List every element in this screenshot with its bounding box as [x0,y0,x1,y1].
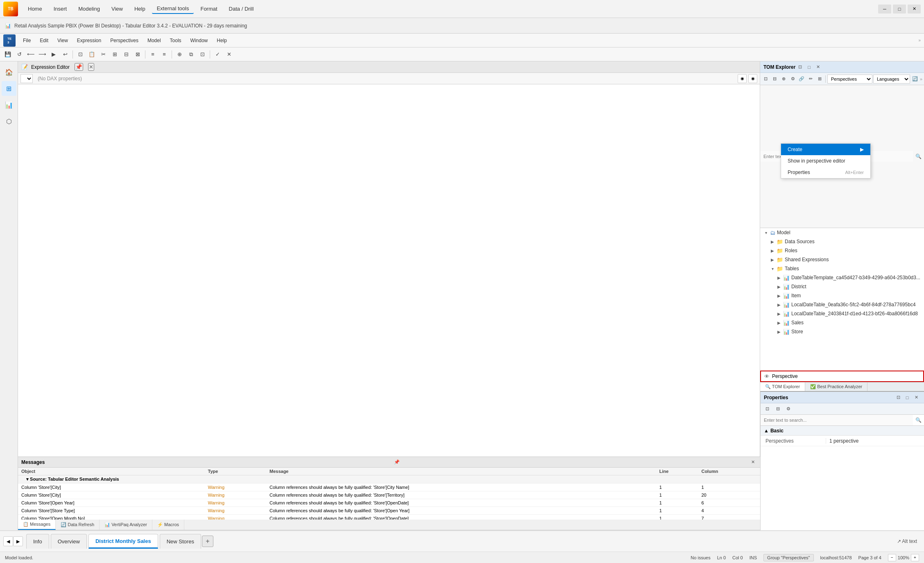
file-menu[interactable]: Home [23,4,47,14]
tom-tb-7[interactable]: ⊞ [815,74,824,84]
alt-text-btn[interactable]: ↗ Alt text [893,536,921,546]
tab-vertipack[interactable]: 📊 VertiPaq Analyzer [100,520,152,530]
tabular-view-menu[interactable]: View [53,36,72,45]
messages-pin-btn[interactable]: 📌 [393,458,401,466]
table-row[interactable]: Column 'Store'[Store Type]WarningColumn … [18,507,760,515]
tom-pin-btn[interactable]: ⊡ [795,63,804,72]
tom-tb-5[interactable]: 🔗 [798,74,806,84]
format-menu[interactable]: Format [195,4,222,14]
help-menu[interactable]: Help [129,4,150,14]
toolbar-align-left[interactable]: ≡ [147,50,158,59]
tom-perspectives-dropdown[interactable]: Perspectives [827,75,872,84]
editor-nav-next[interactable]: ◉ [748,74,757,83]
page-tab-overview[interactable]: Overview [51,534,87,549]
add-tab-btn[interactable]: + [202,536,213,547]
tab-messages[interactable]: 📋 Messages [18,520,56,530]
tom-tb-3[interactable]: ⊕ [780,74,788,84]
tree-item[interactable]: ▾📁Tables [760,264,924,273]
tom-tab-explorer[interactable]: 🔍 TOM Explorer [760,382,805,391]
page-tab-new-stores[interactable]: New Stores [160,534,201,549]
modeling-menu[interactable]: Modeling [73,4,105,14]
zoom-in-btn[interactable]: + [911,554,919,561]
props-max-btn[interactable]: □ [903,393,912,402]
view-menu[interactable]: View [106,4,128,14]
sidebar-table-icon[interactable]: ⊞ [2,81,16,96]
data-drill-menu[interactable]: Data / Drill [224,4,259,14]
maximize-btn[interactable]: □ [893,5,906,14]
toolbar-deploy[interactable]: ▶ [48,50,59,59]
page-tab-info[interactable]: Info [26,534,49,549]
tom-tb-4[interactable]: ⚙ [789,74,797,84]
context-menu-show-perspective[interactable]: Show in perspective editor [781,155,870,167]
tree-item[interactable]: ▶📊Store [760,327,924,336]
props-section-basic[interactable]: ▲ Basic [761,426,924,436]
insert-menu[interactable]: Insert [49,4,72,14]
props-pin-btn[interactable]: ⊡ [894,393,903,402]
toolbar-cut[interactable]: ✂ [98,50,109,59]
tom-tb-refresh[interactable]: 🔄 [911,74,919,84]
tree-item[interactable]: ▶📊District [760,282,924,291]
table-row[interactable]: Column 'Store'[City]WarningColumn refere… [18,491,760,499]
toolbar-layout2[interactable]: ⊟ [121,50,131,59]
sidebar-model-icon[interactable]: ⬡ [2,114,16,129]
toolbar-layout3[interactable]: ⊠ [132,50,143,59]
editor-content-area[interactable] [18,84,760,457]
tabular-file-menu[interactable]: File [19,36,35,45]
editor-pin-btn[interactable]: 📌 [75,63,83,71]
tabular-help-menu[interactable]: Help [213,36,231,45]
editor-close-btn[interactable]: ✕ [88,63,94,71]
tab-nav-next[interactable]: ▶ [13,536,23,546]
tom-max-btn[interactable]: □ [804,63,813,72]
editor-object-dropdown[interactable] [20,74,33,83]
tabular-perspectives-menu[interactable]: Perspectives [106,36,143,45]
tom-close-btn[interactable]: ✕ [813,63,822,72]
toolbar-x[interactable]: ✕ [224,50,234,59]
toolbar-window2[interactable]: ⊡ [197,50,208,59]
perspective-row-highlighted[interactable]: 👁 Perspective [760,371,924,382]
props-close-btn[interactable]: ✕ [912,393,921,402]
context-menu-properties[interactable]: Properties Alt+Enter [781,167,870,178]
tree-item[interactable]: ▶📊Item [760,291,924,300]
props-tb-3[interactable]: ⚙ [784,404,793,414]
tabular-expression-menu[interactable]: Expression [73,36,105,45]
toolbar-refresh[interactable]: ↺ [14,50,25,59]
tom-tb-2[interactable]: ⊟ [771,74,779,84]
sidebar-chart-icon[interactable]: 📊 [2,97,16,112]
toolbar-forward[interactable]: ⟶ [37,50,48,59]
minimize-btn[interactable]: ─ [878,5,891,14]
toolbar-save[interactable]: 💾 [2,50,13,59]
external-tools-menu[interactable]: External tools [152,4,194,14]
toolbar-copy[interactable]: ⊡ [75,50,86,59]
toolbar-undo[interactable]: ↩ [60,50,70,59]
toolbar-align-center[interactable]: ≡ [159,50,170,59]
tab-nav-prev[interactable]: ◀ [3,536,13,546]
status-group[interactable]: Group "Perspectives" [763,554,813,561]
zoom-out-btn[interactable]: − [888,554,896,561]
toolbar-window[interactable]: ⧉ [186,50,196,59]
context-menu-create[interactable]: Create ▶ [781,144,870,155]
tabular-tools-menu[interactable]: Tools [166,36,186,45]
tom-languages-dropdown[interactable]: Languages [873,75,910,84]
table-row[interactable]: Column 'Store'[City]WarningColumn refere… [18,484,760,491]
tree-item[interactable]: ▶📊DateTableTemplate_ca45d427-b349-4299-a… [760,273,924,282]
tree-item[interactable]: ▶📁Data Sources [760,237,924,246]
toolbar-new-window[interactable]: ⊕ [174,50,185,59]
tree-item[interactable]: ▶📊LocalDateTable_0eafa36c-5fc2-4b6f-84df… [760,300,924,309]
tree-item[interactable]: ▾🗂Model [760,228,924,237]
messages-close-btn[interactable]: ✕ [749,458,757,466]
toolbar-back[interactable]: ⟵ [25,50,36,59]
close-btn[interactable]: ✕ [908,5,921,14]
tab-macros[interactable]: ⚡ Macros [152,520,184,530]
tree-item[interactable]: ▶📊LocalDateTable_2403841f-d1ed-4123-bf26… [760,309,924,318]
tabular-model-menu[interactable]: Model [143,36,165,45]
tabular-window-menu[interactable]: Window [186,36,212,45]
tree-item[interactable]: ▶📊Sales [760,318,924,327]
toolbar-check[interactable]: ✓ [212,50,223,59]
page-tab-district-monthly-sales[interactable]: District Monthly Sales [88,534,158,549]
toolbar-layout1[interactable]: ⊞ [109,50,120,59]
tom-tb-1[interactable]: ⊡ [762,74,770,84]
tom-tb-6[interactable]: ✏ [806,74,815,84]
sidebar-home-icon[interactable]: 🏠 [2,65,16,79]
tab-data-refresh[interactable]: 🔄 Data Refresh [56,520,100,530]
table-row[interactable]: Column 'Store'[Open Year]WarningColumn r… [18,499,760,507]
